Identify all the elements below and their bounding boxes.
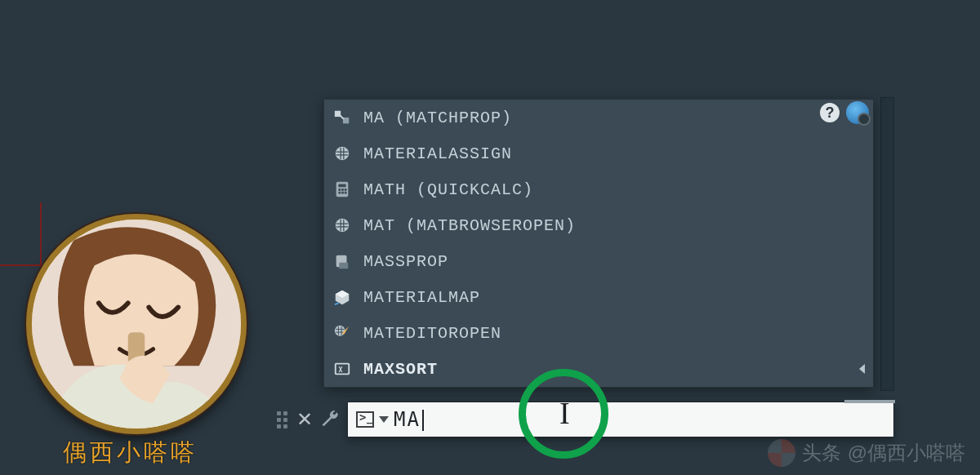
autocomplete-item[interactable]: MATH (QUICKCALC) [324, 171, 873, 207]
text-cursor-ibeam: I [559, 397, 570, 428]
drag-grip[interactable] [275, 406, 290, 433]
material-sphere-icon [332, 215, 352, 235]
svg-point-13 [336, 219, 350, 233]
command-line-bar: ✕ MA [275, 400, 894, 439]
svg-rect-9 [345, 189, 347, 191]
help-icon[interactable]: ? [820, 103, 840, 122]
command-typed-text: MA [394, 408, 424, 431]
svg-rect-8 [341, 189, 344, 191]
internet-search-icon[interactable] [846, 101, 869, 124]
svg-rect-10 [338, 192, 341, 194]
svg-rect-15 [339, 263, 348, 269]
sysvar-icon: X [332, 359, 352, 379]
watermark-handle: @偶西小嗒嗒 [848, 440, 965, 466]
autocomplete-sysvar-item[interactable]: X MAXSORT [324, 351, 873, 387]
crosshair-horizontal [0, 264, 41, 266]
svg-rect-12 [345, 192, 347, 194]
svg-rect-7 [338, 189, 341, 191]
autocomplete-sysvar-label: MAXSORT [363, 360, 438, 379]
watermark: 头条 @偶西小嗒嗒 [768, 439, 965, 467]
watermark-prefix: 头条 [802, 440, 841, 466]
svg-point-4 [336, 147, 350, 161]
calculator-icon [332, 180, 352, 199]
watermark-logo-icon [768, 439, 795, 467]
autocomplete-item[interactable]: MASSPROP [324, 243, 873, 279]
autocomplete-item[interactable]: MA (MATCHPROP) [324, 100, 873, 135]
autocomplete-item[interactable]: MATERIALMAP [324, 279, 873, 315]
autocomplete-item-label: MAT (MATBROWSEROPEN) [363, 216, 576, 235]
autocomplete-item-label: MATERIALMAP [363, 288, 480, 307]
autocomplete-item-label: MATH (QUICKCALC) [363, 180, 533, 199]
command-bar-resize-edge[interactable] [844, 400, 895, 403]
autocomplete-item[interactable]: MATERIALASSIGN [324, 135, 873, 171]
matchprop-icon [332, 108, 352, 127]
autocomplete-item-label: MATERIALASSIGN [363, 144, 512, 163]
svg-rect-11 [341, 192, 344, 194]
command-prompt-icon [356, 411, 374, 428]
avatar-label: 偶西小嗒嗒 [63, 437, 198, 469]
command-input[interactable]: MA [347, 402, 894, 437]
expand-chevron-icon [859, 364, 865, 374]
svg-text:X: X [338, 366, 343, 374]
autocomplete-item[interactable]: MATEDITOROPEN [324, 315, 873, 351]
material-sphere-icon [332, 144, 352, 163]
mateditor-icon [332, 323, 352, 343]
autocomplete-item-label: MATEDITOROPEN [363, 324, 501, 343]
svg-point-18 [335, 326, 345, 336]
history-dropdown-icon[interactable] [379, 416, 389, 423]
command-autocomplete-panel: ? MA (MATCHPROP) MATERIALASSIGN MATH (QU… [323, 99, 874, 388]
avatar [26, 214, 247, 434]
autocomplete-item-label: MASSPROP [363, 252, 448, 271]
autocomplete-item[interactable]: MAT (MATBROWSEROPEN) [324, 207, 873, 243]
customize-wrench-icon[interactable] [319, 409, 341, 430]
close-icon[interactable]: ✕ [296, 410, 313, 429]
materialmap-icon [332, 287, 352, 307]
svg-rect-6 [338, 184, 345, 188]
massprop-icon [332, 251, 352, 271]
autocomplete-scrollbar[interactable] [880, 97, 894, 391]
autocomplete-item-label: MA (MATCHPROP) [363, 109, 512, 127]
